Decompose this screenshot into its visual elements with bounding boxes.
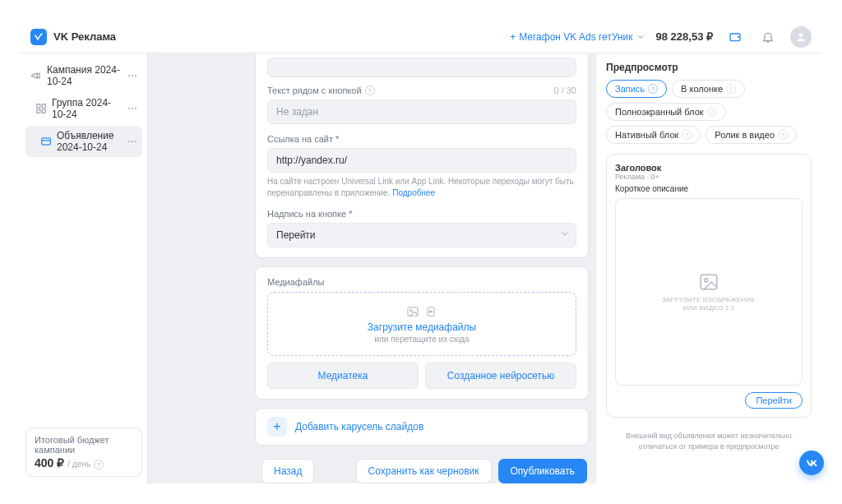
preview-media-placeholder: ЗАГРУЗИТЕ ИЗОБРАЖЕНИЕ ИЛИ ВИДЕО 1:1 (615, 198, 803, 386)
chip-fullscreen[interactable]: Полноэкранный блок? (606, 103, 726, 121)
tree-group-label: Группа 2024-10-24 (52, 97, 123, 120)
svg-rect-5 (42, 109, 45, 113)
site-link-input[interactable] (267, 148, 576, 173)
site-link-help: На сайте настроен Universal Link или App… (267, 176, 576, 199)
topbar: VK Реклама + Мегафон VK Ads гетУник 98 2… (21, 21, 821, 53)
preview-subtitle: Реклама · 0+ (615, 173, 803, 181)
preview-title: Заголовок (615, 163, 803, 173)
ai-generated-button[interactable]: Созданное нейросетью (425, 363, 576, 389)
video-icon (424, 305, 437, 318)
image-icon (406, 305, 419, 318)
tree-ad[interactable]: Объявление 2024-10-24 ⋯ (25, 126, 142, 157)
plus-icon: + (267, 417, 287, 437)
svg-rect-4 (37, 109, 40, 113)
preview-pane: Предпросмотр Запись? В колонке? Полноэкр… (595, 53, 821, 483)
chip-native[interactable]: Нативный блок? (606, 126, 701, 144)
brand: VK Реклама (30, 29, 116, 45)
media-card: Медиафайлы Загрузите медиафайлы или пере… (255, 266, 589, 400)
dropzone-sub: или перетащите их сюда (374, 335, 469, 344)
site-link-more[interactable]: Подробнее (392, 188, 435, 197)
grid-icon (35, 103, 47, 114)
budget-per: / день (67, 460, 90, 469)
brand-text: VK Реклама (53, 30, 116, 43)
svg-point-8 (410, 309, 413, 312)
chip-column[interactable]: В колонке? (672, 80, 745, 98)
add-carousel-card[interactable]: + Добавить карусель слайдов (255, 408, 589, 446)
budget-label: Итоговый бюджет кампании (35, 435, 133, 455)
wallet-icon[interactable] (724, 26, 746, 48)
text-near-button-counter: 0 / 30 (553, 86, 576, 95)
brand-icon (30, 29, 47, 45)
preview-cta[interactable]: Перейти (745, 392, 803, 409)
balance: 98 228,53 ₽ (656, 30, 713, 43)
preview-card: Заголовок Реклама · 0+ Короткое описание… (606, 154, 812, 418)
dots-icon[interactable]: ⋯ (127, 103, 137, 114)
tree-ad-label: Объявление 2024-10-24 (57, 130, 123, 153)
info-icon[interactable]: ? (94, 460, 104, 469)
avatar[interactable] (790, 26, 812, 48)
media-library-button[interactable]: Медиатека (267, 363, 419, 389)
preview-note: Внешний вид объявления может незначитель… (606, 431, 812, 451)
svg-point-11 (705, 278, 708, 281)
site-link-label: Ссылка на сайт * (267, 134, 339, 144)
text-near-button-label: Текст рядом с кнопкой (267, 86, 362, 95)
svg-point-1 (799, 33, 803, 37)
back-button[interactable]: Назад (261, 459, 314, 483)
sidebar: Кампания 2024-10-24 ⋯ Группа 2024-10-24 … (21, 53, 148, 483)
vk-fab[interactable] (799, 451, 824, 475)
tree-campaign[interactable]: Кампания 2024-10-24 ⋯ (25, 60, 142, 91)
media-label: Медиафайлы (267, 277, 576, 287)
chip-post[interactable]: Запись? (606, 80, 667, 98)
info-icon[interactable]: ? (365, 86, 375, 95)
svg-rect-7 (408, 307, 418, 316)
budget-box: Итоговый бюджет кампании 400 ₽ / день ? (25, 428, 142, 478)
account-selector[interactable]: + Мегафон VK Ads гетУник (510, 31, 644, 43)
chip-video[interactable]: Ролик в видео? (706, 126, 797, 144)
save-draft-button[interactable]: Сохранить как черновик (356, 459, 492, 483)
preview-description: Короткое описание (615, 184, 803, 193)
dropzone-icons (406, 305, 437, 318)
collapsed-gutter (148, 53, 255, 483)
chevron-down-icon (636, 33, 645, 41)
svg-rect-2 (37, 104, 40, 108)
dots-icon[interactable]: ⋯ (127, 136, 137, 147)
svg-rect-6 (42, 138, 51, 145)
media-dropzone[interactable]: Загрузите медиафайлы или перетащите их с… (267, 292, 576, 356)
bell-icon[interactable] (757, 26, 779, 48)
add-carousel-label: Добавить карусель слайдов (295, 421, 423, 432)
image-icon (698, 271, 719, 293)
ad-icon (40, 136, 52, 147)
budget-value: 400 ₽ (35, 456, 64, 469)
dots-icon[interactable]: ⋯ (127, 70, 137, 81)
tree-campaign-label: Кампания 2024-10-24 (47, 64, 123, 87)
svg-rect-10 (701, 275, 717, 289)
button-caption-label: Надпись на кнопке * (267, 209, 352, 219)
megaphone-icon (30, 70, 42, 81)
button-caption-select[interactable] (267, 223, 576, 247)
form-card-main: Текст рядом с кнопкой ? 0 / 30 Ссылка на… (255, 53, 589, 258)
preview-heading: Предпросмотр (606, 62, 812, 73)
publish-button[interactable]: Опубликовать (498, 459, 587, 483)
footer: Назад Сохранить как черновик Опубликоват… (255, 452, 595, 483)
prev-field-tail[interactable] (267, 58, 576, 77)
topbar-right: + Мегафон VK Ads гетУник 98 228,53 ₽ (510, 26, 812, 48)
svg-rect-3 (42, 104, 45, 108)
tree-group[interactable]: Группа 2024-10-24 ⋯ (25, 93, 142, 124)
dropzone-title: Загрузите медиафайлы (368, 321, 476, 333)
text-near-button-input[interactable] (267, 99, 576, 124)
